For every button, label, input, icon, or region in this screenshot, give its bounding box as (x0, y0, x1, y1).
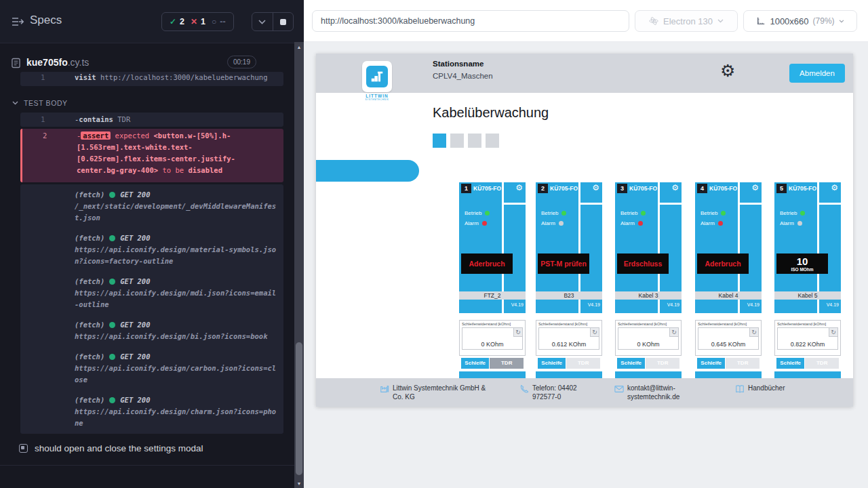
success-dot-icon (109, 322, 115, 328)
spec-duration-badge: 00:19 (227, 56, 256, 68)
schleife-button[interactable]: Schleife (697, 358, 725, 369)
logout-button[interactable]: Abmelden (789, 64, 845, 83)
stat-failed: ✕1 (191, 17, 205, 26)
schleife-button[interactable]: Schleife (461, 358, 489, 369)
betrieb-status: Betrieb (465, 210, 490, 216)
tdr-button[interactable]: TDR (646, 358, 679, 369)
contains-command-row[interactable]: 1 -contains TDR (20, 113, 283, 127)
device-title: KÜ705-FO (789, 185, 816, 192)
email-icon (614, 384, 624, 394)
brand-subtitle: SYSTEMTECHNIK (362, 98, 392, 101)
fetch-status: GET 200 (120, 394, 150, 406)
refresh-icon[interactable]: ↻ (749, 328, 758, 337)
settings-gear-icon[interactable]: ⚙ (720, 62, 735, 79)
viewport-size: 1000x660 (770, 16, 808, 26)
network-log-entry[interactable]: (fetch) GET 200 https://api.iconify.desi… (20, 318, 283, 344)
refresh-icon[interactable]: ↻ (829, 328, 837, 337)
logo-card (362, 61, 392, 92)
viewport-selector[interactable]: 1000x660 (79%) (743, 10, 857, 32)
footer-manuals[interactable]: Handbücher (735, 384, 785, 394)
tdr-button[interactable]: TDR (490, 358, 524, 369)
betrieb-status: Betrieb (541, 210, 566, 216)
stop-button[interactable] (273, 13, 294, 30)
fetch-url: https://api.iconify.design/carbon.json?i… (75, 363, 278, 386)
sidebar-nav-item[interactable] (316, 160, 419, 182)
command-name: visit (75, 73, 96, 81)
device-gear-icon[interactable]: ⚙ (751, 184, 759, 192)
specs-menu-icon[interactable] (11, 15, 24, 28)
schleife-button[interactable]: Schleife (538, 358, 566, 369)
success-dot-icon (109, 354, 115, 360)
device-gear-icon[interactable]: ⚙ (515, 184, 523, 192)
divider (578, 182, 580, 291)
resistance-panel: Schleifenwiderstand [kOhm] ↻ 0.645 KOhm (695, 320, 762, 356)
refresh-icon[interactable]: ↻ (513, 328, 522, 337)
network-log-entry[interactable]: (fetch) GET 200 https://api.iconify.desi… (20, 231, 283, 268)
station-label: Stationsname (433, 60, 493, 68)
sidebar-nav-item[interactable] (316, 131, 419, 152)
ku-device-card: 5 KÜ705-FO ⚙ Betrieb Alarm 10 ISO MOhm K… (774, 182, 841, 378)
chevron-down-icon (839, 20, 844, 23)
divider (817, 300, 819, 313)
rack-tab[interactable] (433, 134, 446, 148)
fetch-status: GET 200 (120, 319, 150, 331)
network-log-entry[interactable]: (fetch) GET 200 https://api.iconify.desi… (20, 393, 283, 430)
cross-icon: ✕ (191, 17, 197, 26)
browser-selector[interactable]: Electron 130 (635, 10, 738, 32)
rack-tab[interactable] (450, 134, 464, 148)
fetch-status-line: (fetch) GET 200 (75, 276, 278, 287)
cable-name-label: Kabel 4 (695, 291, 762, 300)
network-log-entry[interactable]: (fetch) GET 200 https://api.iconify.desi… (20, 274, 283, 312)
device-panel-bottom (695, 371, 762, 378)
collapse-button[interactable] (252, 13, 273, 30)
fetch-status-line: (fetch) GET 200 (75, 351, 278, 363)
network-log-entry[interactable]: (fetch) GET 200 https://api.iconify.desi… (20, 350, 283, 387)
runner-controls (252, 12, 294, 31)
circle-icon: ○ (212, 17, 216, 26)
device-number: 4 (697, 184, 707, 193)
assert-command-row: 2 -assert expected <button.w-[50%].h-[1.… (22, 129, 283, 178)
rack-tab[interactable] (486, 134, 499, 148)
tdr-button[interactable]: TDR (726, 358, 760, 369)
cable-name-label: FTZ_2 (459, 291, 526, 300)
rack-tab[interactable] (468, 134, 481, 148)
device-gear-icon[interactable]: ⚙ (592, 184, 599, 192)
betrieb-led (800, 211, 805, 216)
refresh-icon[interactable]: ↻ (590, 328, 599, 337)
tdr-button[interactable]: TDR (566, 358, 600, 369)
device-gear-icon[interactable]: ⚙ (671, 184, 679, 192)
ku-device-card: 2 KÜ705-FO ⚙ Betrieb Alarm PST-M prüfen … (536, 182, 602, 378)
pending-test-row[interactable]: should open and close the settings modal (19, 443, 203, 453)
device-number: 5 (776, 184, 787, 193)
visit-command-row[interactable]: 1 visit http://localhost:3000/kabelueber… (20, 72, 283, 85)
schleife-button[interactable]: Schleife (776, 358, 804, 369)
fetch-status-line: (fetch) GET 200 (75, 189, 278, 201)
fetch-label: (fetch) (75, 232, 104, 244)
url-input[interactable]: http://localhost:3000/kabelueberwachung (312, 10, 629, 32)
panel-scrollbar[interactable]: ▲ ▼ (294, 42, 304, 488)
alarm-display: Erdschluss (617, 253, 669, 274)
network-log-entry[interactable]: (fetch) GET 200 /_next/static/developmen… (20, 188, 283, 225)
scroll-up-arrow[interactable]: ▲ (294, 42, 304, 52)
cable-name-label: Kabel 3 (615, 291, 682, 300)
tdr-button[interactable]: TDR (805, 358, 839, 369)
fetch-url: /_next/static/development/_devMiddleware… (75, 201, 278, 224)
failed-assert-box[interactable]: 2 -assert expected <button.w-[50%].h-[1.… (20, 129, 283, 182)
page-title: Kabelüberwachung (433, 105, 549, 121)
device-title: KÜ705-FO (550, 185, 578, 192)
fetch-status: GET 200 (120, 232, 150, 244)
schleife-button[interactable]: Schleife (617, 358, 645, 369)
spec-header-row[interactable]: kue705fo.cy.ts 00:19 (0, 56, 294, 72)
test-body-section[interactable]: TEST BODY (12, 99, 68, 107)
betrieb-status: Betrieb (780, 210, 805, 216)
device-gear-icon[interactable]: ⚙ (831, 184, 838, 192)
scroll-down-arrow[interactable]: ▼ (294, 479, 304, 488)
device-panel-bottom (774, 371, 841, 378)
refresh-icon[interactable]: ↻ (669, 328, 678, 337)
divider (740, 203, 762, 205)
cable-name-label: Kabel 5 (774, 291, 841, 300)
chevron-down-icon (717, 19, 724, 23)
resistance-label: Schleifenwiderstand [kOhm] (618, 322, 681, 326)
scrollbar-thumb[interactable] (296, 342, 302, 475)
footer-email: kontakt@littwin-systemtechnik.de (614, 384, 702, 401)
